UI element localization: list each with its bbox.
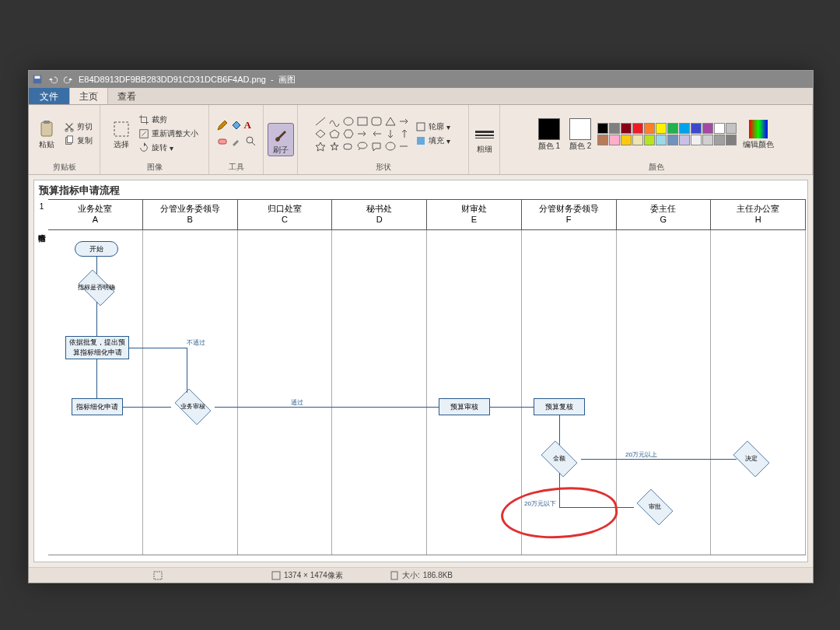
svg-rect-21 xyxy=(344,144,352,149)
edit-colors-button[interactable]: 编辑颜色 xyxy=(740,118,777,150)
color-swatch[interactable] xyxy=(621,123,632,134)
ribbon: 粘贴 剪切 复制 剪贴板 选择 xyxy=(29,105,813,175)
ribbon-group-image: 选择 裁剪 重新调整大小 旋转▾ 图像 xyxy=(100,105,209,174)
crop-button[interactable]: 裁剪 xyxy=(137,114,200,126)
svg-point-12 xyxy=(344,117,353,125)
svg-point-22 xyxy=(358,142,367,149)
swimlane-body xyxy=(48,230,806,555)
node-b-review: 业务审核 xyxy=(171,393,215,421)
color-swatch[interactable] xyxy=(667,123,678,134)
color-palette[interactable] xyxy=(597,123,737,145)
ribbon-group-tools: A 工具 xyxy=(209,105,264,174)
eraser-icon[interactable] xyxy=(216,135,229,149)
copy-button[interactable]: 复制 xyxy=(62,135,94,147)
color-swatch[interactable] xyxy=(597,135,608,145)
fill-button[interactable]: 填充▾ xyxy=(414,135,452,147)
label-pass: 通过 xyxy=(291,398,303,407)
canvas-area[interactable]: 预算指标申请流程 1 指标申请 业务处室A分管业务委领导B归口处室C秘书处D财审… xyxy=(29,175,813,567)
arrow xyxy=(96,359,97,398)
ribbon-group-shapes: 轮廓▾ 填充▾ 形状 xyxy=(298,105,469,174)
tab-file[interactable]: 文件 xyxy=(29,88,69,104)
resize-button[interactable]: 重新调整大小 xyxy=(137,128,200,140)
tab-view[interactable]: 查看 xyxy=(108,88,146,104)
arrow xyxy=(490,407,534,408)
svg-rect-7 xyxy=(67,136,72,143)
shapes-gallery[interactable] xyxy=(314,116,411,152)
node-process-2: 依据批复，提出预算指标细化申请 xyxy=(65,336,129,359)
undo-icon[interactable] xyxy=(47,74,58,85)
color-swatch[interactable] xyxy=(714,123,725,134)
title-appname: 画图 xyxy=(278,74,296,86)
redo-icon[interactable] xyxy=(63,74,74,85)
svg-rect-2 xyxy=(41,122,52,136)
color-swatch[interactable] xyxy=(609,123,620,134)
document: 预算指标申请流程 1 指标申请 业务处室A分管业务委领导B归口处室C秘书处D财审… xyxy=(33,180,808,562)
save-icon[interactable] xyxy=(32,74,43,85)
arrow xyxy=(96,257,97,274)
color-swatch[interactable] xyxy=(726,123,737,134)
arrow xyxy=(215,407,439,408)
color2-button[interactable]: 颜色 2 xyxy=(566,117,594,152)
thickness-button[interactable]: 粗细 xyxy=(472,124,497,155)
text-icon[interactable]: A xyxy=(244,119,251,133)
color-swatch[interactable] xyxy=(691,123,702,134)
color-swatch[interactable] xyxy=(679,135,690,145)
color-swatch[interactable] xyxy=(691,135,702,145)
node-f-amount: 金额 xyxy=(537,445,581,473)
lane-header: 分管财务委领导F xyxy=(522,200,617,229)
cut-button[interactable]: 剪切 xyxy=(62,121,94,133)
node-g-approve: 审批 xyxy=(633,493,677,521)
dimensions: 1374 × 1474像素 xyxy=(271,570,343,581)
color1-button[interactable]: 颜色 1 xyxy=(535,117,563,152)
pencil-icon[interactable] xyxy=(216,119,229,133)
title-sep: - xyxy=(271,75,274,84)
eyedropper-icon[interactable] xyxy=(230,135,243,149)
lane-header: 委主任G xyxy=(617,200,712,229)
svg-marker-16 xyxy=(316,130,325,138)
color-swatch[interactable] xyxy=(632,135,643,145)
svg-rect-3 xyxy=(44,121,50,124)
node-decision-1: 指标是否明确 xyxy=(75,274,118,302)
color-swatch[interactable] xyxy=(702,135,713,145)
color-swatch[interactable] xyxy=(632,123,643,134)
app-window: E84D8913DF9BB283DD91CD31DCB6F4AD.png - 画… xyxy=(28,70,814,583)
svg-rect-10 xyxy=(219,139,226,144)
brushes-button[interactable]: 刷子 xyxy=(268,123,294,156)
lane-body xyxy=(238,230,333,555)
svg-rect-27 xyxy=(272,572,280,579)
paste-button[interactable]: 粘贴 xyxy=(34,118,59,150)
node-f-recheck: 预算复核 xyxy=(534,398,585,415)
color-swatch[interactable] xyxy=(597,123,608,134)
ribbon-group-brushes: 刷子 xyxy=(264,105,298,174)
select-button[interactable]: 选择 xyxy=(109,118,134,150)
color-swatch[interactable] xyxy=(609,135,620,145)
label-over20: 20万元以上 xyxy=(625,450,657,459)
color-swatch[interactable] xyxy=(667,135,678,145)
doc-title: 预算指标申请流程 xyxy=(39,184,120,198)
svg-marker-18 xyxy=(344,130,353,138)
color-swatch[interactable] xyxy=(714,135,725,145)
svg-rect-24 xyxy=(417,137,425,145)
lane-header: 归口处室C xyxy=(238,200,333,229)
svg-rect-28 xyxy=(391,572,397,579)
tab-home[interactable]: 主页 xyxy=(69,88,108,104)
outline-button[interactable]: 轮廓▾ xyxy=(414,121,452,133)
lane-header: 业务处室A xyxy=(48,200,143,229)
arrow xyxy=(123,407,171,408)
lane-header: 秘书处D xyxy=(332,200,427,229)
arrow xyxy=(129,348,187,348)
color-swatch[interactable] xyxy=(702,123,713,134)
color-swatch[interactable] xyxy=(656,123,667,134)
ribbon-group-thickness: 粗细 xyxy=(469,105,500,174)
bucket-icon[interactable] xyxy=(230,119,243,133)
color-swatch[interactable] xyxy=(679,123,690,134)
color-swatch[interactable] xyxy=(621,135,632,145)
rotate-button[interactable]: 旋转▾ xyxy=(137,142,200,154)
svg-rect-8 xyxy=(114,122,128,136)
magnifier-icon[interactable] xyxy=(244,135,257,149)
color-swatch[interactable] xyxy=(644,135,655,145)
svg-marker-19 xyxy=(316,142,325,151)
color-swatch[interactable] xyxy=(656,135,667,145)
color-swatch[interactable] xyxy=(726,135,737,145)
color-swatch[interactable] xyxy=(644,123,655,134)
